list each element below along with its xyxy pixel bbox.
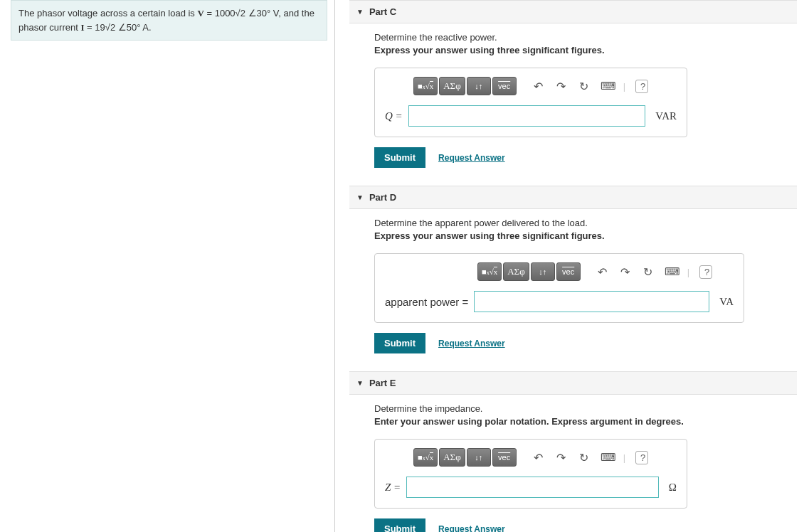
problem-text: The phasor voltage across a certain load… xyxy=(18,8,197,18)
reset-icon[interactable]: ↻ xyxy=(578,451,591,464)
part-e-header[interactable]: ▼ Part E xyxy=(349,371,797,395)
part-c-toolbar: ■x√x ΑΣφ ↓↑ vec ↶ ↷ ↻ ⌨ | ? xyxy=(385,77,677,95)
part-e-toolbar: ■x√x ΑΣφ ↓↑ vec ↶ ↷ ↻ ⌨ | ? xyxy=(385,448,677,467)
part-d-answer-box: ■x√x ΑΣφ ↓↑ vec ↶ ↷ ↻ ⌨ | ? xyxy=(374,253,744,323)
part-c-submit-button[interactable]: Submit xyxy=(374,147,425,168)
part-e-request-answer-link[interactable]: Request Answer xyxy=(438,524,505,533)
part-e-title: Part E xyxy=(369,378,396,388)
part-c-prompt: Determine the reactive power. xyxy=(374,32,790,43)
redo-icon[interactable]: ↷ xyxy=(619,265,632,279)
part-c-answer-input[interactable] xyxy=(408,105,646,127)
part-d-header[interactable]: ▼ Part D xyxy=(349,186,797,209)
separator: | xyxy=(623,452,625,463)
part-c-request-answer-link[interactable]: Request Answer xyxy=(438,153,505,163)
part-e-prompt: Determine the impedance. xyxy=(374,403,790,414)
keyboard-icon[interactable]: ⌨ xyxy=(601,451,613,464)
part-d: ▼ Part D Determine the apparent power de… xyxy=(349,186,797,357)
reset-icon[interactable]: ↻ xyxy=(578,80,591,93)
part-e-answer-input[interactable] xyxy=(406,477,659,498)
greek-button[interactable]: ΑΣφ xyxy=(503,262,529,281)
separator: | xyxy=(687,267,689,277)
undo-icon[interactable]: ↶ xyxy=(532,80,545,93)
caret-down-icon: ▼ xyxy=(356,193,364,201)
part-d-unit: VA xyxy=(715,296,734,308)
part-c-answer-box: ■x√x ΑΣφ ↓↑ vec ↶ ↷ ↻ ⌨ | ? xyxy=(374,68,687,137)
separator: | xyxy=(623,81,625,92)
part-e-answer-box: ■x√x ΑΣφ ↓↑ vec ↶ ↷ ↻ ⌨ | ? xyxy=(374,439,687,509)
part-d-instructions: Express your answer using three signific… xyxy=(374,230,790,241)
vec-button[interactable]: vec xyxy=(492,77,517,95)
help-icon[interactable]: ? xyxy=(699,265,712,279)
scripts-button[interactable]: ↓↑ xyxy=(467,77,491,95)
voltage-symbol: V xyxy=(197,8,203,18)
scripts-button[interactable]: ↓↑ xyxy=(467,448,491,467)
problem-statement: The phasor voltage across a certain load… xyxy=(11,0,327,41)
part-e-instructions: Enter your answer using polar notation. … xyxy=(374,416,790,427)
undo-icon[interactable]: ↶ xyxy=(596,265,609,279)
voltage-value: = 1000√2 ∠30° V xyxy=(204,8,278,18)
greek-button[interactable]: ΑΣφ xyxy=(439,77,465,95)
part-d-answer-input[interactable] xyxy=(474,291,709,312)
redo-icon[interactable]: ↷ xyxy=(555,80,568,93)
part-c-var-label: Q = xyxy=(385,110,403,122)
problem-text-suffix: . xyxy=(149,22,152,33)
part-c-title: Part C xyxy=(369,6,396,17)
part-c: ▼ Part C Determine the reactive power. E… xyxy=(349,0,797,171)
part-e-submit-button[interactable]: Submit xyxy=(374,518,425,532)
part-e: ▼ Part E Determine the impedance. Enter … xyxy=(349,371,797,532)
vec-button[interactable]: vec xyxy=(492,448,517,467)
vec-button[interactable]: vec xyxy=(556,262,581,281)
keyboard-icon[interactable]: ⌨ xyxy=(601,80,613,92)
scripts-button[interactable]: ↓↑ xyxy=(531,262,555,281)
part-d-var-label: apparent power = xyxy=(385,296,468,308)
help-icon[interactable]: ? xyxy=(635,451,648,464)
caret-down-icon: ▼ xyxy=(356,379,364,387)
greek-button[interactable]: ΑΣφ xyxy=(439,448,465,467)
part-c-instructions: Express your answer using three signific… xyxy=(374,45,790,55)
part-e-unit: Ω xyxy=(665,482,677,494)
reset-icon[interactable]: ↻ xyxy=(642,265,655,279)
part-e-var-label: Z = xyxy=(385,482,401,494)
help-icon[interactable]: ? xyxy=(635,80,648,93)
part-d-toolbar: ■x√x ΑΣφ ↓↑ vec ↶ ↷ ↻ ⌨ | ? xyxy=(385,262,734,281)
part-c-unit: VAR xyxy=(651,110,677,122)
templates-button[interactable]: ■x√x xyxy=(477,262,502,281)
templates-button[interactable]: ■x√x xyxy=(413,77,438,95)
part-d-prompt: Determine the apparent power delivered t… xyxy=(374,218,790,228)
current-value: = 19√2 ∠50° A xyxy=(85,22,149,33)
part-d-title: Part D xyxy=(369,192,396,203)
templates-button[interactable]: ■x√x xyxy=(413,448,438,467)
part-d-request-answer-link[interactable]: Request Answer xyxy=(438,339,505,349)
part-d-submit-button[interactable]: Submit xyxy=(374,333,425,353)
keyboard-icon[interactable]: ⌨ xyxy=(665,265,677,278)
caret-down-icon: ▼ xyxy=(356,8,364,16)
part-c-header[interactable]: ▼ Part C xyxy=(349,0,797,23)
redo-icon[interactable]: ↷ xyxy=(555,451,568,464)
undo-icon[interactable]: ↶ xyxy=(532,451,545,464)
